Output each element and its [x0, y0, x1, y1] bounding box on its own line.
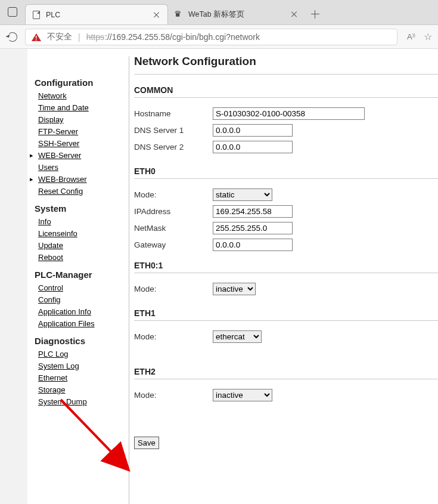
section-eth2: ETH2: [134, 367, 438, 376]
sidebar-heading-plc-manager: PLC-Manager: [35, 270, 129, 280]
eth2-mode-select[interactable]: inactive: [213, 389, 272, 401]
sidebar-item-storage[interactable]: Storage: [38, 385, 66, 395]
browser-tabstrip: PLC WeTab 新标签页: [0, 0, 438, 25]
eth0-1-mode-label: Mode:: [134, 285, 213, 293]
eth1-mode-select[interactable]: ethercat: [213, 330, 262, 343]
sidebar-item-ftp-server[interactable]: FTP-Server: [38, 126, 78, 137]
favorite-icon[interactable]: ☆: [424, 31, 432, 42]
close-icon[interactable]: [152, 10, 161, 20]
addressbar-right-icons: A)) ☆: [407, 31, 432, 42]
sidebar-item-network[interactable]: Network: [38, 91, 67, 101]
dns1-label: DNS Server 1: [134, 126, 213, 135]
sidebar-item-ethernet[interactable]: Ethernet: [38, 373, 67, 384]
divider: [134, 74, 438, 75]
sidebar-item-application-info[interactable]: Application Info: [38, 307, 91, 317]
eth0-gw-label: Gateway: [134, 240, 213, 249]
page: Configuration Network Time and Date Disp…: [0, 49, 438, 504]
sidebar-item-control[interactable]: Control: [38, 283, 63, 293]
sidebar-item-ssh-server[interactable]: SSH-Server: [38, 138, 79, 149]
sidebar-item-config[interactable]: Config: [38, 295, 61, 305]
eth1-mode-label: Mode:: [134, 332, 213, 341]
section-eth1: ETH1: [134, 308, 438, 318]
save-button[interactable]: Save: [134, 437, 159, 449]
tab-plc[interactable]: PLC: [25, 4, 168, 24]
section-eth0: ETH0: [134, 166, 438, 176]
eth0-ip-label: IPAddress: [134, 207, 213, 216]
eth0-1-mode-select[interactable]: inactive: [213, 283, 256, 295]
app-menu-button[interactable]: [0, 0, 25, 24]
sidebar-item-application-files[interactable]: Application Files: [38, 319, 95, 329]
hostname-input[interactable]: [213, 107, 365, 120]
sidebar-item-system-dump[interactable]: System Dump: [38, 397, 87, 407]
url-scheme: https: [86, 32, 104, 42]
tab-title: PLC: [46, 11, 148, 19]
eth0-mode-select[interactable]: static: [213, 188, 272, 201]
sidebar-item-update[interactable]: Update: [38, 240, 63, 251]
dns2-input[interactable]: [213, 141, 293, 153]
section-eth0-1: ETH0:1: [134, 261, 438, 270]
section-common: COMMON: [134, 85, 438, 95]
browser-toolbar: 不安全 | https://169.254.255.58/cgi-bin/bgh…: [0, 25, 438, 49]
page-icon: [32, 10, 41, 20]
sidebar-item-display[interactable]: Display: [38, 115, 64, 125]
url-rest: ://169.254.255.58/cgi-bin/bgh.cgi?networ…: [105, 32, 260, 42]
sidebar-item-info[interactable]: Info: [38, 217, 51, 227]
hostname-label: Hostname: [134, 109, 213, 118]
eth0-mask-input[interactable]: [213, 222, 293, 234]
sidebar-item-time-and-date[interactable]: Time and Date: [38, 103, 89, 113]
dns1-input[interactable]: [213, 124, 293, 137]
eth0-mode-label: Mode:: [134, 190, 213, 199]
tab-wetab[interactable]: WeTab 新标签页: [168, 4, 305, 24]
address-bar[interactable]: 不安全 | https://169.254.255.58/cgi-bin/bgh…: [25, 29, 397, 45]
sidebar-heading-diagnostics: Diagnostics: [35, 336, 129, 346]
sidebar-item-plc-log[interactable]: PLC Log: [38, 349, 69, 360]
eth0-gw-input[interactable]: [213, 239, 293, 251]
wetab-icon: [174, 10, 184, 19]
security-label: 不安全: [47, 32, 72, 42]
sidebar-heading-configuration: Configuration: [35, 78, 129, 88]
sidebar-item-reset-config[interactable]: Reset Config: [38, 186, 83, 197]
eth2-mode-label: Mode:: [134, 391, 213, 400]
sidebar-heading-system: System: [35, 203, 129, 214]
sidebar-item-reboot[interactable]: Reboot: [38, 252, 63, 263]
sidebar: Configuration Network Time and Date Disp…: [27, 49, 129, 504]
new-tab-button[interactable]: [305, 4, 325, 24]
left-gutter: [0, 49, 27, 504]
page-title: Network Configuration: [134, 55, 438, 68]
sidebar-item-web-browser[interactable]: WEB-Browser: [38, 174, 87, 185]
sidebar-item-web-server[interactable]: WEB-Server: [38, 150, 81, 161]
sidebar-item-users[interactable]: Users: [38, 162, 58, 173]
sidebar-item-system-log[interactable]: System Log: [38, 361, 79, 372]
sidebar-item-licenseinfo[interactable]: Licenseinfo: [38, 228, 77, 239]
eth0-mask-label: NetMask: [134, 224, 213, 233]
read-aloud-icon[interactable]: A)): [407, 32, 415, 41]
reload-icon[interactable]: [6, 30, 19, 44]
close-icon[interactable]: [290, 10, 299, 19]
main-content: Network Configuration COMMON Hostname DN…: [129, 49, 438, 504]
dns2-label: DNS Server 2: [134, 143, 213, 151]
insecure-icon: [32, 29, 41, 41]
tab-title: WeTab 新标签页: [188, 10, 286, 20]
eth0-ip-input[interactable]: [213, 205, 293, 218]
